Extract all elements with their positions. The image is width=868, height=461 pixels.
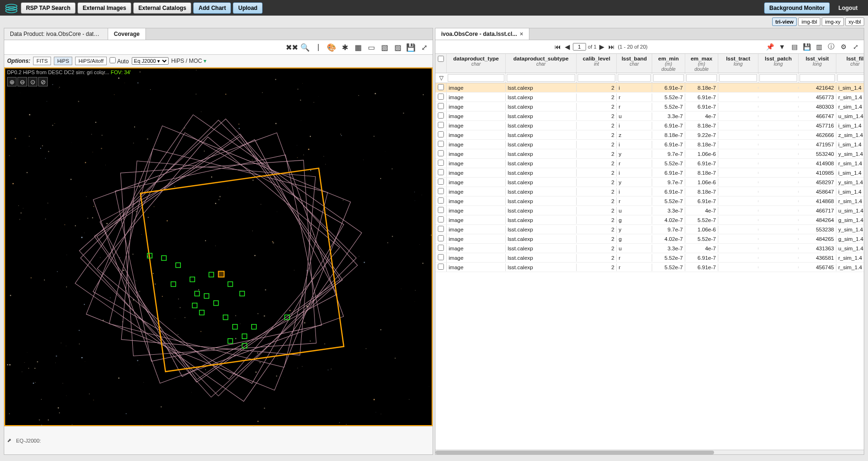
view-tri-view[interactable]: tri-view [772, 17, 797, 26]
row-checkbox[interactable] [438, 179, 444, 185]
table-body[interactable]: imagelsst.calexp 2i 6.91e-78.18e-7 42164… [435, 83, 864, 450]
table-row[interactable]: imagelsst.calexp 2r 5.52e-76.91e-7 45674… [435, 263, 864, 272]
filter-calib-level[interactable] [578, 74, 615, 82]
search-icon[interactable]: 🔍 [299, 42, 311, 53]
zoom-11-icon[interactable]: ⊘ [38, 77, 48, 86]
filter-em-max[interactable] [686, 74, 717, 82]
filter-lsst-patch[interactable] [759, 74, 797, 82]
table-row[interactable]: imagelsst.calexp 2g 4.02e-75.52e-7 48426… [435, 215, 864, 225]
popout-icon[interactable]: ⬈ [7, 437, 11, 444]
horizontal-scrollbar[interactable] [435, 450, 864, 454]
info-icon[interactable]: ⓘ [826, 42, 836, 52]
table-row[interactable]: imagelsst.calexp 2i 6.91e-78.18e-7 42164… [435, 83, 864, 93]
nav-add-chart[interactable]: Add Chart [193, 2, 231, 14]
row-checkbox[interactable] [438, 150, 444, 156]
hips-moc-dropdown[interactable]: HiPS / MOC ▾ [171, 58, 207, 64]
filter-lsst-tract[interactable] [719, 74, 757, 82]
page-input[interactable] [573, 43, 586, 51]
table-row[interactable]: imagelsst.calexp 2y 9.7e-71.06e-6 458297… [435, 178, 864, 187]
region-icon[interactable]: ▭ [366, 42, 377, 53]
auto-checkbox[interactable]: Auto [110, 57, 128, 65]
zoom-in-icon[interactable]: ⊕ [7, 77, 17, 86]
opt-hips[interactable]: HiPS [54, 57, 72, 65]
save-icon[interactable]: 💾 [405, 42, 417, 53]
row-checkbox[interactable] [438, 131, 444, 137]
palette-icon[interactable]: 🎨 [326, 42, 337, 53]
row-checkbox[interactable] [438, 216, 444, 222]
layers-icon[interactable]: ▦ [352, 42, 364, 53]
row-checkbox[interactable] [438, 103, 444, 109]
filter-dataproduct-subtype[interactable] [507, 74, 575, 82]
filter-dataproduct-type[interactable] [448, 74, 504, 82]
row-checkbox[interactable] [438, 160, 444, 166]
logout-link[interactable]: Logout [832, 5, 864, 11]
row-checkbox[interactable] [438, 264, 444, 270]
table-row[interactable]: imagelsst.calexp 2i 6.91e-78.18e-7 41098… [435, 168, 864, 178]
view-xy-tbl[interactable]: xy-tbl [845, 17, 864, 26]
row-checkbox[interactable] [438, 122, 444, 128]
last-page-icon[interactable]: ⏭ [607, 43, 616, 51]
sky-image[interactable]: DP0.2 HiPS from DESC DC2 sim: gri color.… [4, 68, 433, 426]
filter-lsst-fil[interactable] [837, 74, 864, 82]
row-checkbox[interactable] [438, 169, 444, 175]
table-row[interactable]: imagelsst.calexp 2i 6.91e-78.18e-7 47195… [435, 140, 864, 149]
opt-fits[interactable]: FITS [33, 57, 51, 65]
save-table-icon[interactable]: 💾 [801, 42, 812, 52]
funnel-icon[interactable]: ▽ [439, 75, 443, 81]
coord-select[interactable]: Eq J2000 ▾ [132, 57, 169, 65]
nav-upload[interactable]: Upload [233, 2, 263, 14]
table-tab[interactable]: ivoa.ObsCore - data.lsst.cl...× [435, 28, 529, 40]
filter-icon[interactable]: ▼ [777, 42, 787, 52]
marker-icon[interactable]: ✱ [339, 42, 350, 53]
columns-icon[interactable]: ▥ [814, 42, 824, 52]
tab-data-product[interactable]: Data Product: ivoa.ObsCore - data.lsst..… [4, 28, 108, 40]
row-checkbox[interactable] [438, 207, 444, 213]
opt-hips-aitoff[interactable]: HiPS/Aitoff [75, 57, 107, 65]
row-checkbox[interactable] [438, 235, 444, 241]
row-checkbox[interactable] [438, 197, 444, 204]
zoom-fit-icon[interactable]: ⊙ [28, 77, 37, 86]
tools-icon[interactable]: ✖✖ [286, 42, 298, 53]
expand-table-icon[interactable]: ⤢ [851, 42, 861, 52]
table-row[interactable]: imagelsst.calexp 2r 5.52e-76.91e-7 48030… [435, 102, 864, 111]
table-row[interactable]: imagelsst.calexp 2i 6.91e-78.18e-7 45771… [435, 121, 864, 130]
filter-lsst-visit[interactable] [800, 74, 835, 82]
select-all-checkbox[interactable] [438, 56, 444, 62]
row-checkbox[interactable] [438, 112, 444, 119]
next-page-icon[interactable]: ▶ [598, 43, 605, 51]
prev-page-icon[interactable]: ◀ [564, 43, 571, 51]
table-row[interactable]: imagelsst.calexp 2g 4.02e-75.52e-7 48426… [435, 234, 864, 244]
table-row[interactable]: imagelsst.calexp 2r 5.52e-76.91e-7 43658… [435, 253, 864, 263]
table-row[interactable]: imagelsst.calexp 2u 3.3e-74e-7 466747u_s… [435, 111, 864, 121]
row-checkbox[interactable] [438, 94, 444, 100]
ds9-icon[interactable]: ▧ [379, 42, 390, 53]
pin-icon[interactable]: 📌 [765, 42, 775, 52]
zoom-out-icon[interactable]: ⊖ [17, 77, 27, 86]
first-page-icon[interactable]: ⏮ [553, 43, 562, 51]
row-checkbox[interactable] [438, 188, 444, 194]
table-row[interactable]: imagelsst.calexp 2r 5.52e-76.91e-7 45677… [435, 93, 864, 102]
gear-icon[interactable]: ⚙ [838, 42, 849, 52]
row-checkbox[interactable] [438, 245, 444, 251]
row-checkbox[interactable] [438, 84, 444, 90]
table-row[interactable]: imagelsst.calexp 2r 5.52e-76.91e-7 41490… [435, 159, 864, 168]
table-row[interactable]: imagelsst.calexp 2u 3.3e-74e-7 466717u_s… [435, 206, 864, 215]
nav-external-catalogs[interactable]: External Catalogs [133, 2, 191, 14]
row-checkbox[interactable] [438, 141, 444, 147]
table-row[interactable]: imagelsst.calexp 2u 3.3e-74e-7 431363u_s… [435, 244, 864, 253]
tab-coverage[interactable]: Coverage [108, 28, 146, 40]
table-row[interactable]: imagelsst.calexp 2r 5.52e-76.91e-7 41486… [435, 196, 864, 206]
table-row[interactable]: imagelsst.calexp 2i 6.91e-78.18e-7 45864… [435, 187, 864, 196]
nav-external-images[interactable]: External Images [77, 2, 131, 14]
background-monitor-button[interactable]: Background Monitor [764, 2, 830, 14]
view-img-xy[interactable]: img-xy [822, 17, 843, 26]
nav-tap-search[interactable]: RSP TAP Search [21, 2, 76, 14]
row-checkbox[interactable] [438, 226, 444, 232]
view-img-tbl[interactable]: img-tbl [798, 17, 820, 26]
grid-icon[interactable]: ▨ [392, 42, 403, 53]
table-row[interactable]: imagelsst.calexp 2z 8.18e-79.22e-7 46266… [435, 130, 864, 140]
filter-em-min[interactable] [653, 74, 684, 82]
row-checkbox[interactable] [438, 254, 444, 260]
table-row[interactable]: imagelsst.calexp 2y 9.7e-71.06e-6 553238… [435, 225, 864, 234]
filter-lsst-band[interactable] [618, 74, 651, 82]
